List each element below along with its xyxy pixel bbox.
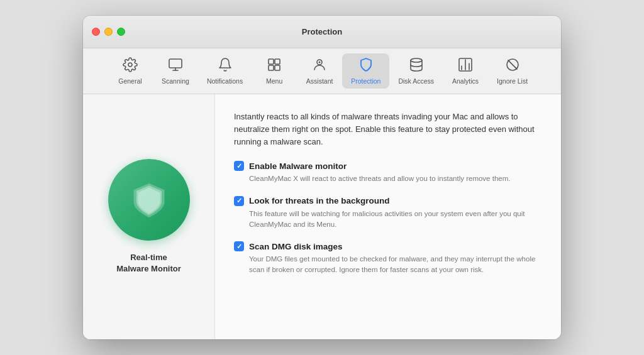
window-controls [92, 28, 125, 36]
option-header-2: ✓ Look for threats in the background [234, 196, 542, 206]
check-icon-3: ✓ [236, 243, 242, 250]
tab-ignore-list[interactable]: Ignore List [488, 53, 536, 89]
tab-scanning-label: Scanning [162, 77, 189, 85]
titlebar: Protection [83, 16, 561, 48]
sidebar: Real-time Malware Monitor [83, 94, 215, 339]
option-desc-2: This feature will be watching for malici… [249, 209, 542, 231]
shield-icon [127, 178, 171, 222]
assistant-icon [312, 57, 327, 75]
checkbox-enable-malware-monitor[interactable]: ✓ [234, 161, 244, 171]
check-icon-2: ✓ [236, 197, 242, 204]
option-scan-dmg: ✓ Scan DMG disk images Your DMG files ge… [234, 241, 542, 276]
tab-scanning[interactable]: Scanning [153, 53, 198, 89]
svg-rect-6 [269, 65, 274, 70]
option-look-for-threats: ✓ Look for threats in the background Thi… [234, 196, 542, 231]
tab-general-label: General [118, 77, 142, 85]
tab-general[interactable]: General [108, 53, 153, 89]
option-enable-malware-monitor: ✓ Enable Malware monitor CleanMyMac X wi… [234, 161, 542, 184]
tab-protection[interactable]: Protection [342, 53, 389, 89]
tab-assistant-label: Assistant [306, 77, 333, 85]
menu-icon [267, 57, 282, 75]
tab-notifications[interactable]: Notifications [198, 53, 252, 89]
check-icon-1: ✓ [236, 163, 242, 170]
option-title-1: Enable Malware monitor [249, 161, 347, 171]
tab-ignore-list-label: Ignore List [497, 77, 528, 85]
option-desc-1: CleanMyMac X will react to active threat… [249, 173, 542, 184]
option-header-3: ✓ Scan DMG disk images [234, 241, 542, 251]
tab-notifications-label: Notifications [207, 77, 243, 85]
option-title-3: Scan DMG disk images [249, 242, 343, 251]
preferences-window: Protection General Scanning [83, 16, 561, 339]
checkbox-look-for-threats[interactable]: ✓ [234, 196, 244, 206]
svg-point-0 [128, 63, 132, 67]
svg-rect-5 [275, 59, 280, 64]
toolbar: General Scanning Notifications [83, 48, 561, 94]
main-panel: Instantly reacts to all kinds of malware… [215, 94, 561, 339]
tab-menu-label: Menu [266, 77, 282, 85]
tab-assistant[interactable]: Assistant [297, 53, 342, 89]
scanning-icon [168, 57, 183, 75]
option-desc-3: Your DMG files get mounted to be checked… [249, 254, 542, 276]
svg-rect-4 [269, 59, 274, 64]
tab-analytics[interactable]: Analytics [443, 53, 488, 89]
tab-analytics-label: Analytics [452, 77, 479, 85]
svg-rect-7 [275, 65, 280, 70]
tab-disk-access[interactable]: Disk Access [389, 53, 443, 89]
sidebar-label: Real-time Malware Monitor [116, 252, 181, 275]
option-header-1: ✓ Enable Malware monitor [234, 161, 542, 171]
protection-icon [358, 57, 374, 75]
option-title-2: Look for threats in the background [249, 196, 390, 205]
minimize-button[interactable] [104, 28, 113, 36]
description-text: Instantly reacts to all kinds of malware… [234, 111, 542, 148]
svg-point-9 [319, 62, 321, 63]
maximize-button[interactable] [117, 28, 125, 36]
svg-point-10 [411, 58, 422, 62]
svg-line-16 [508, 60, 516, 69]
shield-circle [108, 159, 190, 241]
svg-rect-1 [169, 59, 182, 68]
window-title: Protection [302, 27, 342, 36]
tab-disk-access-label: Disk Access [398, 77, 434, 85]
content-area: Real-time Malware Monitor Instantly reac… [83, 94, 561, 339]
ignore-list-icon [505, 57, 520, 75]
tab-menu[interactable]: Menu [252, 53, 297, 89]
checkbox-scan-dmg[interactable]: ✓ [234, 241, 244, 251]
tab-protection-label: Protection [351, 77, 380, 85]
general-icon [123, 57, 138, 75]
close-button[interactable] [92, 28, 100, 36]
notifications-icon [218, 57, 233, 75]
analytics-icon [458, 57, 473, 75]
disk-access-icon [409, 57, 424, 75]
